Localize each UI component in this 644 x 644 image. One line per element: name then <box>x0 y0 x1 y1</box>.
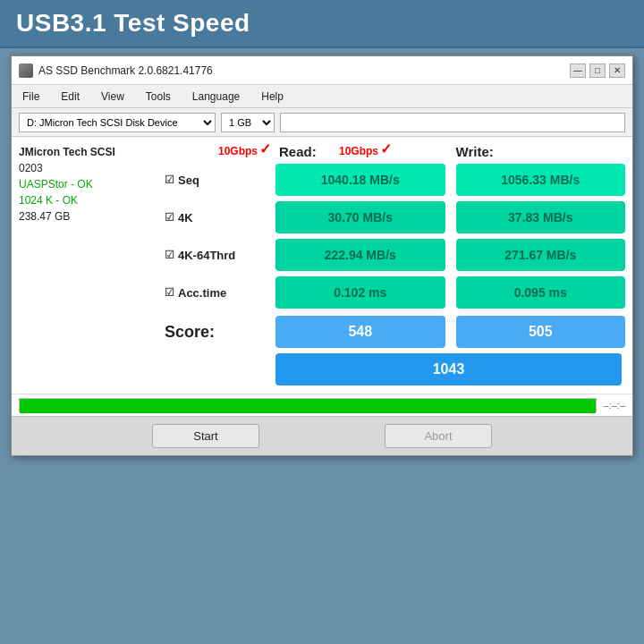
bench-row-label-3: ☑ Acc.time <box>165 286 272 300</box>
menu-item-edit[interactable]: Edit <box>57 89 83 105</box>
close-button[interactable]: ✕ <box>609 64 625 78</box>
read-score: 548 <box>275 316 445 348</box>
bottom-bar: Start Abort <box>12 416 632 455</box>
progress-bar-container <box>19 398 597 412</box>
maximize-button[interactable]: □ <box>589 64 606 78</box>
menu-item-language[interactable]: Language <box>189 89 243 105</box>
write-cell-0: 1056.33 MB/s <box>456 164 626 196</box>
info-panel: JMicron Tech SCSI 0203 UASPStor - OK 102… <box>19 144 157 386</box>
toolbar-input-box <box>280 113 625 132</box>
banner-title: USB3.1 Test Speed <box>16 9 628 38</box>
read-header: Read: <box>275 144 449 159</box>
toolbar: D: JMicron Tech SCSI Disk Device 1 GB <box>12 108 632 137</box>
bench-header-row: Read: Write: <box>165 144 625 159</box>
score-label: Score: <box>165 323 272 342</box>
bench-row-label-2: ☑ 4K-64Thrd <box>165 249 272 262</box>
menu-item-view[interactable]: View <box>97 89 128 105</box>
disk-size-ok: 1024 K - OK <box>19 192 157 208</box>
uaspstor-status: UASPStor - OK <box>19 176 157 192</box>
device-name: JMicron Tech SCSI <box>19 144 157 160</box>
bench-row-3: ☑ Acc.time0.102 ms0.095 ms <box>165 275 625 309</box>
benchmark-area: 10Gbps ✓ 10Gbps ✓ Read: Write: ☑ Seq1040… <box>165 144 625 386</box>
read-cell-2: 222.94 MB/s <box>275 239 445 271</box>
disk-size: 238.47 GB <box>19 208 157 225</box>
bench-row-2: ☑ 4K-64Thrd222.94 MB/s271.67 MB/s <box>165 238 625 272</box>
start-button[interactable]: Start <box>152 424 259 448</box>
progress-area: –:–:– <box>12 394 632 416</box>
write-header: Write: <box>453 144 626 159</box>
score-section: Score: 548 505 1043 <box>165 315 625 386</box>
size-select[interactable]: 1 GB <box>221 113 275 132</box>
write-score: 505 <box>456 316 626 348</box>
abort-button[interactable]: Abort <box>385 424 492 448</box>
write-cell-2: 271.67 MB/s <box>456 239 626 271</box>
time-display: –:–:– <box>604 400 625 411</box>
read-cell-1: 30.70 MB/s <box>275 201 445 233</box>
score-row: Score: 548 505 <box>165 315 625 349</box>
total-score: 1043 <box>275 353 622 386</box>
bench-row-1: ☑ 4K30.70 MB/s37.83 MB/s <box>165 200 625 234</box>
menu-item-help[interactable]: Help <box>258 89 287 105</box>
minimize-button[interactable]: — <box>570 64 586 78</box>
read-cell-0: 1040.18 MB/s <box>275 164 445 196</box>
bench-rows: ☑ Seq1040.18 MB/s1056.33 MB/s☑ 4K30.70 M… <box>165 163 625 309</box>
device-model: 0203 <box>19 160 157 176</box>
write-cell-1: 37.83 MB/s <box>456 201 626 233</box>
window-controls: — □ ✕ <box>570 64 625 78</box>
menu-bar: FileEditViewToolsLanguageHelp <box>12 85 632 108</box>
menu-item-tools[interactable]: Tools <box>142 89 174 105</box>
app-icon <box>19 64 33 78</box>
bench-row-label-1: ☑ 4K <box>165 211 272 225</box>
bench-row-0: ☑ Seq1040.18 MB/s1056.33 MB/s <box>165 163 625 197</box>
banner: USB3.1 Test Speed <box>0 0 644 48</box>
write-cell-3: 0.095 ms <box>456 276 626 309</box>
window-title: AS SSD Benchmark 2.0.6821.41776 <box>38 64 213 77</box>
drive-select[interactable]: D: JMicron Tech SCSI Disk Device <box>19 113 216 132</box>
app-window: AS SSD Benchmark 2.0.6821.41776 — □ ✕ Fi… <box>11 55 633 456</box>
read-cell-3: 0.102 ms <box>275 276 445 309</box>
bench-table: Read: Write: ☑ Seq1040.18 MB/s1056.33 MB… <box>165 144 625 386</box>
total-score-row: 1043 <box>165 352 625 386</box>
progress-bar <box>20 399 596 413</box>
content-area: JMicron Tech SCSI 0203 UASPStor - OK 102… <box>12 137 632 394</box>
menu-item-file[interactable]: File <box>19 89 43 105</box>
title-bar: AS SSD Benchmark 2.0.6821.41776 — □ ✕ <box>12 56 632 85</box>
bench-row-label-0: ☑ Seq <box>165 174 272 187</box>
